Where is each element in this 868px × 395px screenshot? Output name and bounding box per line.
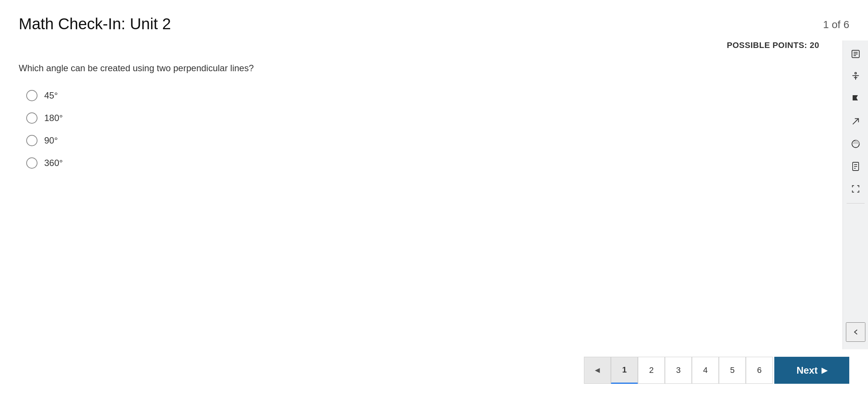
svg-line-5: [853, 118, 858, 124]
possible-points: POSSIBLE POINTS: 20: [19, 40, 849, 50]
prev-icon: ◄: [593, 365, 602, 375]
page-3-label: 3: [676, 365, 681, 375]
table-of-contents-icon[interactable]: [846, 44, 865, 64]
accessibility-icon[interactable]: [846, 67, 865, 86]
page-button-5[interactable]: 5: [719, 357, 746, 384]
page-1-label: 1: [622, 365, 627, 375]
option-3[interactable]: 90°: [26, 135, 849, 146]
pointer-icon[interactable]: [846, 112, 865, 131]
notes-icon[interactable]: [846, 157, 865, 176]
next-chevron-icon: ▶: [822, 366, 827, 375]
option-4[interactable]: 360°: [26, 157, 849, 169]
option-label-1: 45°: [44, 90, 58, 101]
flag-icon[interactable]: [846, 89, 865, 109]
radio-inner-2: [29, 115, 34, 121]
radio-4[interactable]: [26, 157, 37, 169]
collapse-toolbar-button[interactable]: [846, 322, 865, 342]
radio-inner-1: [29, 93, 34, 98]
page-button-4[interactable]: 4: [692, 357, 719, 384]
right-toolbar: [843, 40, 868, 349]
header: Math Check-In: Unit 2 1 of 6: [0, 0, 868, 40]
main-content: POSSIBLE POINTS: 20 Which angle can be c…: [0, 40, 868, 349]
next-label: Next: [796, 365, 817, 376]
footer-nav: ◄ 1 2 3 4 5 6 Next ▶: [0, 349, 868, 395]
answer-options: 45° 180° 90° 360°: [26, 90, 849, 169]
next-button[interactable]: Next ▶: [774, 357, 849, 384]
radio-2[interactable]: [26, 112, 37, 124]
page-button-2[interactable]: 2: [638, 357, 665, 384]
page-2-label: 2: [649, 365, 654, 375]
option-2[interactable]: 180°: [26, 112, 849, 124]
page-counter: 1 of 6: [823, 15, 849, 31]
page-title: Math Check-In: Unit 2: [19, 15, 171, 33]
toolbar-divider: [847, 203, 865, 203]
option-1[interactable]: 45°: [26, 90, 849, 101]
prev-page-button[interactable]: ◄: [584, 357, 611, 384]
radio-1[interactable]: [26, 90, 37, 101]
radio-inner-3: [29, 138, 34, 143]
radio-inner-4: [29, 160, 34, 166]
page-button-1[interactable]: 1: [611, 357, 638, 384]
page-4-label: 4: [703, 365, 708, 375]
svg-point-4: [855, 72, 856, 74]
page-button-6[interactable]: 6: [746, 357, 773, 384]
page-wrapper: Math Check-In: Unit 2 1 of 6 POSSIBLE PO…: [0, 0, 868, 395]
page-6-label: 6: [757, 365, 762, 375]
option-label-2: 180°: [44, 113, 63, 123]
option-label-3: 90°: [44, 135, 58, 146]
question-text: Which angle can be created using two per…: [19, 61, 849, 75]
page-5-label: 5: [730, 365, 735, 375]
radio-3[interactable]: [26, 135, 37, 146]
expand-icon[interactable]: [846, 179, 865, 199]
eraser-icon[interactable]: [846, 134, 865, 154]
page-button-3[interactable]: 3: [665, 357, 692, 384]
option-label-4: 360°: [44, 158, 63, 168]
pagination: ◄ 1 2 3 4 5 6 Next ▶: [584, 357, 849, 384]
